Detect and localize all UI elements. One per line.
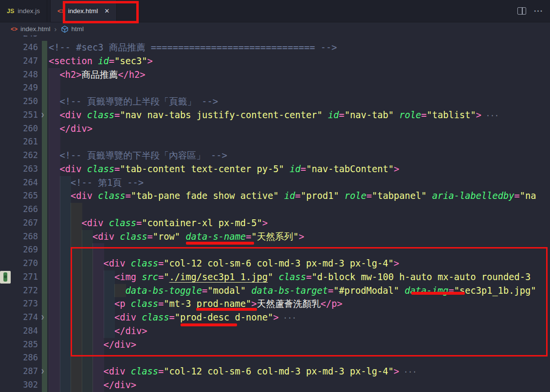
line-number[interactable]: 250 [23,95,38,108]
split-editor-icon[interactable] [517,7,526,15]
line-number[interactable]: 264 [23,176,38,190]
code-line[interactable]: 263 <div class="tab-content text-center … [0,162,550,176]
editor-gutter[interactable]: 302 [0,378,49,392]
code-line[interactable]: 269 [0,243,550,257]
indent-guide [60,297,72,311]
editor-gutter[interactable]: 265 [0,189,49,203]
code-line[interactable]: 271 <img src="./img/sec3p1_1.jpg" class=… [0,270,550,284]
editor-gutter[interactable]: 248 [0,68,49,82]
code-line[interactable]: 246<!-- #sec3 商品推薦 =====================… [0,41,550,54]
editor-gutter[interactable]: 284 [0,324,49,338]
code-line[interactable]: 266 [0,203,550,216]
close-icon[interactable]: ✕ [104,7,110,15]
line-number[interactable]: 268 [23,230,38,244]
code-line[interactable]: 251❯ <div class="nav nav-tabs justify-co… [0,108,550,122]
editor-gutter[interactable]: 264 [0,176,49,190]
editor-gutter[interactable]: 287❯ [0,365,49,378]
editor-gutter[interactable]: 249 [0,81,49,95]
editor-gutter[interactable]: 247 [0,54,49,68]
fold-chevron-icon[interactable]: ❯ [41,311,44,324]
line-number[interactable]: 272 [23,284,38,298]
fold-chevron-icon[interactable]: ❯ [41,365,44,378]
line-number[interactable]: 249 [23,81,38,95]
indent-guide [60,324,72,338]
editor-gutter[interactable]: 274❯ [0,311,49,324]
code-line[interactable]: 247<section id="sec3"> [0,54,550,68]
line-number[interactable]: 274 [23,311,38,324]
line-number[interactable]: 267 [23,216,38,230]
line-number[interactable]: 265 [23,189,38,203]
line-number[interactable]: 269 [23,243,38,257]
line-number[interactable]: 270 [23,257,38,270]
code-text: </div> [49,378,136,392]
code-line[interactable]: 270 <div class="col-12 col-sm-6 col-md-3… [0,257,550,270]
editor-gutter[interactable]: 261 [0,135,49,149]
editor-gutter[interactable]: 273 [0,297,49,311]
line-number[interactable]: 245 [23,36,38,41]
code-line[interactable]: 260 </div> [0,122,550,136]
code-line[interactable]: 285 </div> [0,338,550,352]
line-number[interactable]: 285 [23,338,38,352]
code-line[interactable]: 248 <h2>商品推薦</h2> [0,68,550,82]
editor-gutter[interactable]: 270 [0,257,49,270]
line-number[interactable]: 246 [23,41,38,54]
breadcrumb-item-file[interactable]: index.html [20,25,51,33]
editor-gutter[interactable]: 267 [0,216,49,230]
line-number[interactable]: 271 [23,270,38,284]
line-number[interactable]: 248 [23,68,38,82]
indent-guide [92,378,104,392]
line-number[interactable]: 261 [23,135,38,149]
editor-gutter[interactable]: 263 [0,162,49,176]
editor-gutter[interactable]: 272 [0,284,49,298]
line-number[interactable]: 260 [23,122,38,136]
tab-index-html[interactable]: <> index.html ✕ [50,0,117,22]
editor-gutter[interactable]: 251❯ [0,108,49,122]
indent-guide [71,284,82,298]
line-number[interactable]: 286 [23,351,38,365]
line-number[interactable]: 287 [23,365,38,378]
code-editor[interactable]: 245246<!-- #sec3 商品推薦 ==================… [0,36,550,392]
editor-gutter[interactable]: 269 [0,243,49,257]
line-number[interactable]: 273 [23,297,38,311]
editor-gutter[interactable]: 271 [0,270,49,284]
editor-gutter[interactable]: 260 [0,122,49,136]
breadcrumb-item-symbol[interactable]: html [72,25,84,33]
editor-gutter[interactable]: 250 [0,95,49,108]
code-line[interactable]: 274❯ <div class="prod-desc d-none"> ··· [0,311,550,324]
more-actions-icon[interactable]: ··· [534,9,543,14]
code-line[interactable]: 272 data-bs-toggle="modal" data-bs-targe… [0,284,550,298]
code-line[interactable]: 261 [0,135,550,149]
code-line[interactable]: 250 <!-- 頁籤導覽的上半段「頁籤」 --> [0,95,550,108]
code-line[interactable]: 273 <p class="mt-3 prod-name">天然蘆薈洗顏乳</p… [0,297,550,311]
code-line[interactable]: 286 [0,351,550,365]
code-line[interactable]: 284 </div> [0,324,550,338]
indent-guide [104,297,115,311]
code-line[interactable]: 287❯ <div class="col-12 col-sm-6 col-md-… [0,365,550,378]
editor-gutter[interactable]: 268 [0,230,49,244]
line-number[interactable]: 302 [23,378,38,392]
code-line[interactable]: 268 <div class="row" data-s-name="天然系列"> [0,230,550,244]
line-number[interactable]: 247 [23,54,38,68]
editor-gutter[interactable]: 262 [0,149,49,162]
code-line[interactable]: 265 <div class="tab-pane fade show activ… [0,189,550,203]
code-line[interactable]: 302 </div> [0,378,550,392]
editor-gutter[interactable]: 266 [0,203,49,216]
line-number[interactable]: 251 [23,108,38,122]
tab-index-js[interactable]: JS index.js [0,0,47,22]
code-line[interactable]: 245 [0,36,550,41]
line-number[interactable]: 284 [23,324,38,338]
code-line[interactable]: 249 [0,81,550,95]
editor-gutter[interactable]: 285 [0,338,49,352]
editor-gutter[interactable]: 246 [0,41,49,54]
editor-gutter[interactable]: 286 [0,351,49,365]
editor-gutter[interactable]: 245 [0,36,49,41]
code-line[interactable]: 262 <!-- 頁籤導覽的下半段「內容區」 --> [0,149,550,162]
code-line[interactable]: 264 <!-- 第1頁 --> [0,176,550,190]
line-number[interactable]: 266 [23,203,38,216]
indent-guide [71,338,82,352]
fold-chevron-icon[interactable]: ❯ [41,108,44,122]
code-line[interactable]: 267 <div class="container-xl px-md-5"> [0,216,550,230]
indent-guide [49,68,60,82]
line-number[interactable]: 263 [23,162,38,176]
line-number[interactable]: 262 [23,149,38,162]
